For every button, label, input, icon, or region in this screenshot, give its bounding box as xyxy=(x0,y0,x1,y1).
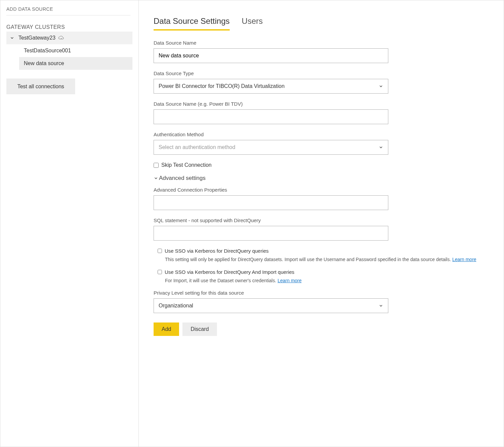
skip-test-checkbox[interactable] xyxy=(154,163,159,168)
sso-directquery-desc: This setting will only be applied for Di… xyxy=(165,256,489,263)
cluster-name: TestGateway23 xyxy=(18,35,55,41)
sidebar: ADD DATA SOURCE GATEWAY CLUSTERS TestGat… xyxy=(0,0,139,447)
chevron-down-icon xyxy=(154,176,158,181)
dsname2-input[interactable] xyxy=(154,109,388,124)
datasource-item-selected[interactable]: New data source xyxy=(19,57,132,70)
tab-users[interactable]: Users xyxy=(242,16,263,31)
main-panel: Data Source Settings Users Data Source N… xyxy=(139,0,504,447)
datasource-list: TestDataSource001 New data source xyxy=(6,44,132,70)
sso-import-checkbox[interactable] xyxy=(158,270,162,274)
adv-conn-input[interactable] xyxy=(154,195,388,210)
discard-button[interactable]: Discard xyxy=(182,322,217,336)
privacy-value: Organizational xyxy=(159,303,193,309)
dsname-label: Data Source Name xyxy=(154,40,489,46)
chevron-down-icon xyxy=(379,303,383,308)
sso-directquery-checkbox[interactable] xyxy=(158,249,162,253)
test-connections-button[interactable]: Test all connections xyxy=(6,79,75,94)
advanced-settings-toggle[interactable]: Advanced settings xyxy=(154,175,489,182)
auth-select[interactable]: Select an authentication method xyxy=(154,140,388,155)
auth-label: Authentication Method xyxy=(154,132,489,137)
cloud-sync-icon xyxy=(58,36,65,40)
chevron-down-icon xyxy=(10,36,14,40)
chevron-down-icon xyxy=(379,145,383,150)
adv-conn-label: Advanced Connection Properties xyxy=(154,187,489,193)
dsname2-label: Data Source Name (e.g. Power BI TDV) xyxy=(154,101,489,107)
sql-input[interactable] xyxy=(154,226,388,241)
sso-directquery-label: Use SSO via Kerberos for DirectQuery que… xyxy=(165,248,269,254)
chevron-down-icon xyxy=(379,84,383,89)
advanced-settings-label: Advanced settings xyxy=(159,175,206,182)
learn-more-link[interactable]: Learn more xyxy=(278,278,302,283)
sidebar-title: ADD DATA SOURCE xyxy=(6,6,130,15)
skip-test-label: Skip Test Connection xyxy=(161,162,212,168)
datasource-item[interactable]: TestDataSource001 xyxy=(6,44,132,57)
sso-import-desc: For Import, it will use the Dataset owne… xyxy=(165,278,489,284)
add-button[interactable]: Add xyxy=(154,322,179,336)
auth-value: Select an authentication method xyxy=(159,144,235,150)
dstype-value: Power BI Connector for TIBCO(R) Data Vir… xyxy=(159,83,285,89)
gateway-cluster-row[interactable]: TestGateway23 xyxy=(6,32,132,44)
dstype-select[interactable]: Power BI Connector for TIBCO(R) Data Vir… xyxy=(154,79,388,94)
learn-more-link[interactable]: Learn more xyxy=(452,257,477,262)
privacy-label: Privacy Level setting for this data sour… xyxy=(154,290,489,296)
dstype-label: Data Source Type xyxy=(154,70,489,76)
privacy-select[interactable]: Organizational xyxy=(154,298,388,313)
tab-settings[interactable]: Data Source Settings xyxy=(154,16,230,31)
tabs: Data Source Settings Users xyxy=(154,16,489,31)
dsname-input[interactable] xyxy=(154,48,388,63)
clusters-heading: GATEWAY CLUSTERS xyxy=(6,24,132,30)
sso-import-label: Use SSO via Kerberos for DirectQuery And… xyxy=(165,269,294,275)
sql-label: SQL statement - not supported with Direc… xyxy=(154,217,489,223)
